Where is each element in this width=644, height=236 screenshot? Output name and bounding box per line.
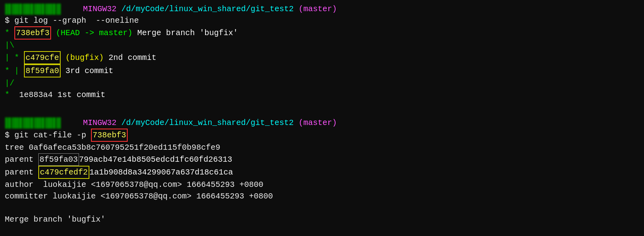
commit-msg-text: Merge branch 'bugfix'	[5, 214, 105, 225]
parent2-line: parent c479cfedf2 1a1b908d8a34299067a637…	[5, 166, 639, 179]
user-icon-1	[5, 4, 61, 15]
commit-hash-2: c479cfe	[24, 51, 61, 64]
prompt-app-1	[64, 3, 83, 15]
prompt-space3	[64, 117, 83, 129]
tree-keyword: tree	[5, 142, 29, 153]
commit-message-line: Merge branch 'bugfix'	[5, 214, 639, 225]
committer-text: committer luokaijie <1697065378@qq.com> …	[5, 190, 273, 202]
log-line-1: * 738ebf3 (HEAD -> master) Merge branch …	[5, 26, 639, 40]
prompt-space-1	[117, 3, 121, 15]
commit-msg-4: 1st commit	[53, 89, 105, 101]
log-line-3: | * c479cfe (bugfix) 2nd commit	[5, 51, 639, 64]
dollar-sign-2: $ git cat-file -p	[5, 129, 91, 141]
blank-line-1	[5, 103, 639, 115]
space-1	[51, 27, 56, 39]
parent1-hash-rest: 799acb47e14b8505edcd1fc60fd26313	[79, 154, 232, 165]
parent2-hash-rest: 1a1b908d8a34299067a637d18c61ca	[89, 167, 233, 178]
graph-char-4: * |	[5, 65, 24, 77]
space-3	[61, 52, 65, 63]
graph-char-2b: \	[10, 40, 14, 51]
prompt-path-1: /d/myCode/linux_win_shared/git_test2	[121, 3, 294, 15]
parent1-keyword: parent	[5, 154, 38, 165]
log-line-4: * | 8f59fa0 3rd commit	[5, 64, 639, 77]
prompt-line-2: MINGW32 /d/myCode/linux_win_shared/git_t…	[5, 117, 639, 129]
prompt-path-2: /d/myCode/linux_win_shared/git_test2	[121, 117, 294, 129]
bugfix-label: (bugfix)	[65, 52, 104, 63]
merge-msg-1: Merge branch 'bugfix'	[132, 27, 238, 39]
git-catfile-command: $ git cat-file -p 738ebf3	[5, 129, 639, 142]
log-line-2: |\	[5, 40, 639, 51]
dollar-sign-1: $ git log --graph --oneline	[5, 15, 139, 26]
commit-hash-4: 1e883a4	[19, 89, 53, 101]
prompt-space4	[117, 117, 121, 129]
prompt-space2-1	[294, 3, 298, 15]
graph-char-6: *	[5, 89, 19, 101]
parent1-hash-boxed: 8f59fa03	[38, 153, 79, 166]
commit-msg-3: 3rd commit	[61, 65, 113, 77]
commit-msg-2: 2nd commit	[104, 52, 156, 63]
author-text: author luokaijie <1697065378@qq.com> 166…	[5, 179, 263, 190]
terminal-window: MINGW32 /d/myCode/linux_win_shared/git_t…	[5, 3, 639, 225]
log-line-6: * 1e883a4 1st commit	[5, 89, 639, 101]
git-log-command: $ git log --graph --oneline	[5, 15, 639, 26]
parent2-hash-boxed: c479cfedf2	[38, 166, 89, 179]
catfile-hash: 738ebf3	[91, 129, 128, 142]
tree-hash-value: 0af6afeca53b8c760795251f20ed115f0b98cfe9	[29, 142, 220, 153]
parent1-line: parent 8f59fa03 799acb47e14b8505edcd1fc6…	[5, 153, 639, 166]
head-ref-close: )	[128, 27, 132, 39]
prompt-branch-1: (master)	[298, 3, 337, 15]
head-ref: (HEAD ->	[56, 27, 99, 39]
prompt-space5	[294, 117, 298, 129]
blank-line-2	[5, 202, 639, 214]
commit-hash-1: 738ebf3	[14, 26, 51, 40]
graph-char-3: | *	[5, 52, 24, 63]
prompt-app-text-2: MINGW32	[83, 117, 117, 129]
log-line-5: |/	[5, 77, 639, 89]
prompt-line-1: MINGW32 /d/myCode/linux_win_shared/git_t…	[5, 3, 639, 15]
user-icon-2	[5, 117, 61, 129]
master-label: master	[99, 27, 128, 39]
graph-char-1: *	[5, 27, 14, 39]
graph-char-2: |	[5, 40, 10, 51]
parent2-keyword: parent	[5, 167, 38, 178]
graph-char-5: |/	[5, 77, 14, 89]
prompt-app-text-1: MINGW32	[83, 3, 117, 15]
tree-line: tree 0af6afeca53b8c760795251f20ed115f0b9…	[5, 142, 639, 153]
author-line: author luokaijie <1697065378@qq.com> 166…	[5, 179, 639, 190]
committer-line: committer luokaijie <1697065378@qq.com> …	[5, 190, 639, 202]
prompt-branch-2: (master)	[298, 117, 337, 129]
commit-hash-3: 8f59fa0	[24, 64, 61, 77]
